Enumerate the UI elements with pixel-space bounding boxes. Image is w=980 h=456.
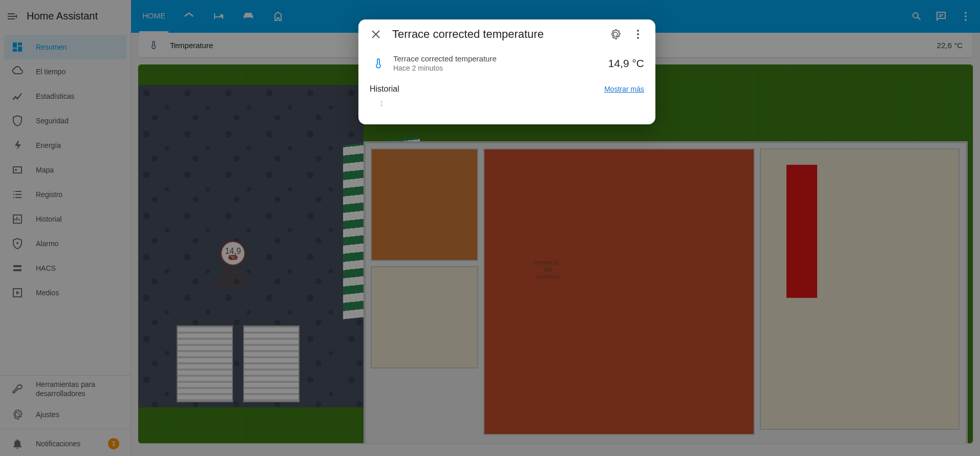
svg-point-5 (637, 30, 639, 32)
more-icon[interactable] (632, 28, 644, 40)
svg-point-7 (637, 37, 639, 39)
history-label: Historial (370, 84, 399, 94)
modal-header: Terrace corrected temperature (370, 28, 644, 41)
chart-svg: 9101112131415°C13:0017:0020:0030 dic3:00… (370, 99, 382, 111)
modal-sensor-name: Terrace corrected temperature (393, 54, 497, 63)
modal-sensor-value: 14,9 °C (608, 57, 644, 70)
svg-text:15: 15 (380, 100, 382, 107)
history-header: Historial Mostrar más (370, 84, 644, 94)
gear-icon[interactable] (609, 28, 622, 40)
modal-title: Terrace corrected temperature (392, 28, 599, 41)
modal-sensor-text: Terrace corrected temperature Hace 2 min… (393, 54, 497, 72)
modal-sensor-sub: Hace 2 minutos (393, 64, 497, 72)
close-icon[interactable] (370, 28, 382, 40)
history-show-more[interactable]: Mostrar más (604, 85, 644, 93)
modal-entity-info: Terrace corrected temperature Terrace co… (358, 19, 655, 124)
svg-point-6 (637, 33, 639, 35)
modal-sensor-row: Terrace corrected temperature Hace 2 min… (370, 54, 644, 72)
thermometer-icon (370, 57, 387, 70)
history-chart: 9101112131415°C13:0017:0020:0030 dic3:00… (370, 99, 644, 111)
